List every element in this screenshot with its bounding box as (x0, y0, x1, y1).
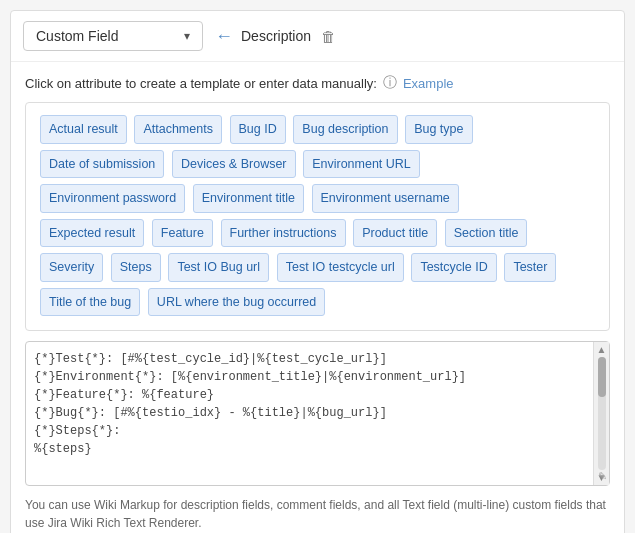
attribute-row-4: Expected result Feature Further instruct… (38, 217, 597, 250)
template-area-wrapper: {*}Test{*}: [#%{test_cycle_id}|%{test_cy… (25, 341, 610, 486)
scroll-track (598, 357, 606, 470)
tag-date-of-submission[interactable]: Date of submission (40, 150, 164, 179)
tag-environment-title[interactable]: Environment title (193, 184, 304, 213)
tag-test-io-bug-url[interactable]: Test IO Bug url (168, 253, 269, 282)
tag-attachments[interactable]: Attachments (134, 115, 221, 144)
body: Click on attribute to create a template … (11, 62, 624, 533)
tag-actual-result[interactable]: Actual result (40, 115, 127, 144)
attribute-row-6: Title of the bug URL where the bug occur… (38, 286, 597, 319)
tag-severity[interactable]: Severity (40, 253, 103, 282)
info-icon: ⓘ (383, 74, 397, 92)
tag-test-io-testcycle-url[interactable]: Test IO testcycle url (277, 253, 404, 282)
wiki-note-text: You can use Wiki Markup for description … (25, 498, 606, 530)
tag-environment-password[interactable]: Environment password (40, 184, 185, 213)
tag-feature[interactable]: Feature (152, 219, 213, 248)
template-textarea[interactable]: {*}Test{*}: [#%{test_cycle_id}|%{test_cy… (26, 342, 609, 482)
tag-bug-type[interactable]: Bug type (405, 115, 472, 144)
tag-devices-browser[interactable]: Devices & Browser (172, 150, 296, 179)
scrollbar: ▲ ▼ (593, 342, 609, 485)
tag-environment-url[interactable]: Environment URL (303, 150, 420, 179)
back-arrow-icon[interactable]: ← (215, 26, 233, 47)
attribute-row-1: Actual result Attachments Bug ID Bug des… (38, 113, 597, 146)
attributes-area: Actual result Attachments Bug ID Bug des… (25, 102, 610, 331)
attribute-row-2: Date of submission Devices & Browser Env… (38, 148, 597, 181)
chevron-down-icon: ▾ (184, 29, 190, 43)
tag-url-bug-occurred[interactable]: URL where the bug occurred (148, 288, 325, 317)
tag-tester[interactable]: Tester (504, 253, 556, 282)
tag-product-title[interactable]: Product title (353, 219, 437, 248)
dropdown-label: Custom Field (36, 28, 118, 44)
edit-icon: ✎ (598, 470, 607, 483)
custom-field-dropdown[interactable]: Custom Field ▾ (23, 21, 203, 51)
tag-expected-result[interactable]: Expected result (40, 219, 144, 248)
attribute-row-3: Environment password Environment title E… (38, 182, 597, 215)
tag-bug-id[interactable]: Bug ID (230, 115, 286, 144)
description-label: Description (241, 28, 311, 44)
tag-title-of-bug[interactable]: Title of the bug (40, 288, 140, 317)
example-link[interactable]: Example (403, 76, 454, 91)
attribute-row-5: Severity Steps Test IO Bug url Test IO t… (38, 251, 597, 284)
tag-environment-username[interactable]: Environment username (312, 184, 459, 213)
scroll-up-icon[interactable]: ▲ (597, 344, 607, 355)
tag-bug-description[interactable]: Bug description (293, 115, 397, 144)
tag-testcycle-id[interactable]: Testcycle ID (411, 253, 496, 282)
trash-icon[interactable]: 🗑 (321, 28, 336, 45)
instruction-text: Click on attribute to create a template … (25, 74, 610, 92)
main-container: Custom Field ▾ ← Description 🗑 Click on … (10, 10, 625, 533)
instruction-label: Click on attribute to create a template … (25, 76, 377, 91)
tag-section-title[interactable]: Section title (445, 219, 528, 248)
wiki-note: You can use Wiki Markup for description … (25, 496, 610, 532)
tag-further-instructions[interactable]: Further instructions (221, 219, 346, 248)
header: Custom Field ▾ ← Description 🗑 (11, 11, 624, 62)
scroll-thumb (598, 357, 606, 397)
tag-steps[interactable]: Steps (111, 253, 161, 282)
